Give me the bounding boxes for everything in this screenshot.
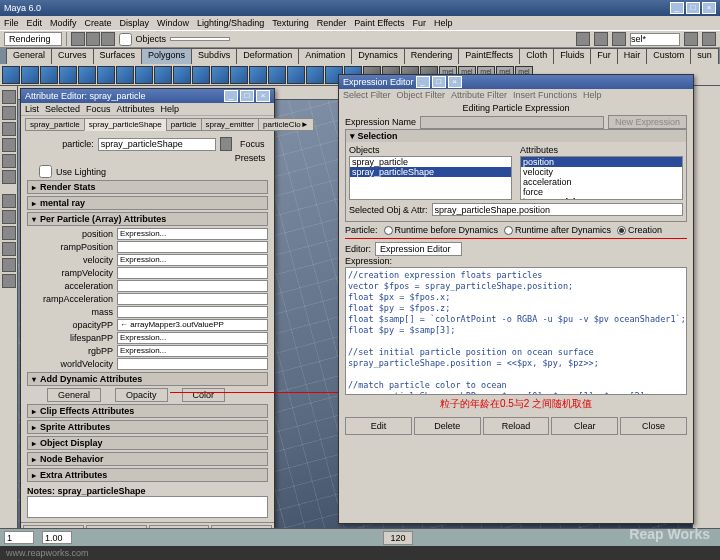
sel-obj-field[interactable] [432, 203, 683, 216]
tool-icon[interactable] [684, 32, 698, 46]
extra-section[interactable]: Extra Attributes [27, 468, 268, 482]
show-manip-icon[interactable] [2, 170, 16, 184]
mode-dropdown[interactable]: Rendering [4, 32, 62, 46]
list-item[interactable]: spray_particle [350, 157, 511, 167]
shelf-icon[interactable] [173, 66, 191, 84]
attr-menu-focus[interactable]: Focus [86, 104, 111, 114]
expr-ed-titlebar[interactable]: Expression Editor _ □ × [339, 75, 693, 89]
timeline[interactable]: 120 [0, 528, 720, 546]
shelf-icon[interactable] [40, 66, 58, 84]
objects-checkbox[interactable] [119, 33, 132, 46]
attr-ed-min-button[interactable]: _ [224, 90, 238, 102]
shelf-icon[interactable] [21, 66, 39, 84]
objects-listbox[interactable]: spray_particlespray_particleShape [349, 156, 512, 200]
object-display-section[interactable]: Object Display [27, 436, 268, 450]
attr-ed-titlebar[interactable]: Attribute Editor: spray_particle _ □ × [21, 89, 274, 103]
mental-ray-section[interactable]: mental ray [27, 196, 268, 210]
menu-file[interactable]: File [4, 18, 19, 28]
close-button[interactable]: × [702, 2, 716, 14]
shelf-tab-subdivs[interactable]: Subdivs [191, 48, 237, 64]
shelf-tab-fur[interactable]: Fur [590, 48, 618, 64]
expr-menu-item[interactable]: Object Filter [397, 90, 446, 100]
list-item[interactable]: inputForce[0] [521, 197, 682, 200]
shelf-icon[interactable] [287, 66, 305, 84]
shelf-icon[interactable] [154, 66, 172, 84]
sprite-section[interactable]: Sprite Attributes [27, 420, 268, 434]
shelf-icon[interactable] [211, 66, 229, 84]
attr-menu-list[interactable]: List [25, 104, 39, 114]
status-icon[interactable] [71, 32, 85, 46]
expr-delete-button[interactable]: Delete [414, 417, 481, 435]
expr-ed-max-button[interactable]: □ [432, 76, 446, 88]
shelf-tab-painteffects[interactable]: PaintEffects [458, 48, 520, 64]
node-behavior-section[interactable]: Node Behavior [27, 452, 268, 466]
shelf-icon[interactable] [306, 66, 324, 84]
layout-icon[interactable] [2, 258, 16, 272]
pp-attr-field[interactable]: Expression... [117, 332, 268, 344]
radio-runtime-after[interactable]: Runtime after Dynamics [504, 225, 611, 235]
attributes-listbox[interactable]: positionvelocityaccelerationforceinputFo… [520, 156, 683, 200]
status-icon[interactable] [86, 32, 100, 46]
expr-menu-item[interactable]: Insert Functions [513, 90, 577, 100]
tool-icon[interactable] [612, 32, 626, 46]
shelf-tab-curves[interactable]: Curves [51, 48, 94, 64]
expr-clear-button[interactable]: Clear [551, 417, 618, 435]
list-item[interactable]: position [521, 157, 682, 167]
sel-field[interactable] [630, 33, 680, 46]
move-tool-icon[interactable] [2, 122, 16, 136]
use-lighting-checkbox[interactable] [39, 165, 52, 178]
minimize-button[interactable]: _ [670, 2, 684, 14]
attr-ed-close-button[interactable]: × [256, 90, 270, 102]
channel-box[interactable] [692, 86, 720, 556]
expr-menu-item[interactable]: Select Filter [343, 90, 391, 100]
attr-menu-selected[interactable]: Selected [45, 104, 80, 114]
menu-paint effects[interactable]: Paint Effects [354, 18, 404, 28]
shelf-tab-animation[interactable]: Animation [298, 48, 352, 64]
expr-menu-item[interactable]: Attribute Filter [451, 90, 507, 100]
presets-button[interactable]: Presets [232, 153, 268, 163]
shelf-icon[interactable] [59, 66, 77, 84]
menu-display[interactable]: Display [120, 18, 150, 28]
radio-creation[interactable]: Creation [617, 225, 662, 235]
attr-tab[interactable]: spray_emitter [201, 118, 259, 131]
shelf-icon[interactable] [135, 66, 153, 84]
select-tool-icon[interactable] [2, 90, 16, 104]
render-stats-section[interactable]: Render Stats [27, 180, 268, 194]
layout-icon[interactable] [2, 194, 16, 208]
expr-menu-item[interactable]: Help [583, 90, 602, 100]
attr-tab[interactable]: particle [166, 118, 202, 131]
menu-edit[interactable]: Edit [27, 18, 43, 28]
range-start-field[interactable] [4, 531, 34, 544]
scale-tool-icon[interactable] [2, 154, 16, 168]
connect-icon[interactable] [220, 137, 233, 151]
pp-attr-field[interactable]: Expression... [117, 345, 268, 357]
editor-dropdown[interactable]: Expression Editor [375, 242, 462, 256]
shelf-tab-dynamics[interactable]: Dynamics [351, 48, 405, 64]
particle-name-field[interactable] [98, 138, 216, 151]
attr-tab[interactable]: spray_particle [25, 118, 85, 131]
menu-window[interactable]: Window [157, 18, 189, 28]
objects-dropdown[interactable] [170, 37, 230, 41]
dyn-opacity-button[interactable]: Opacity [115, 388, 168, 402]
add-dynamic-section[interactable]: Add Dynamic Attributes [27, 372, 268, 386]
pp-attr-field[interactable]: ← arrayMapper3.outValuePP [117, 319, 268, 331]
shelf-tab-surfaces[interactable]: Surfaces [93, 48, 143, 64]
shelf-tab-general[interactable]: General [6, 48, 52, 64]
expr-ed-min-button[interactable]: _ [416, 76, 430, 88]
shelf-icon[interactable] [268, 66, 286, 84]
dyn-general-button[interactable]: General [47, 388, 101, 402]
focus-button[interactable]: Focus [236, 139, 268, 149]
attr-menu-help[interactable]: Help [161, 104, 180, 114]
shelf-icon[interactable] [97, 66, 115, 84]
expr-ed-close-button[interactable]: × [448, 76, 462, 88]
expression-textarea[interactable]: //creation expression floats particles v… [345, 267, 687, 395]
shelf-tab-sun[interactable]: sun [690, 48, 719, 64]
shelf-tab-deformation[interactable]: Deformation [236, 48, 299, 64]
tool-icon[interactable] [702, 32, 716, 46]
shelf-tab-hair[interactable]: Hair [617, 48, 648, 64]
attr-menu-attributes[interactable]: Attributes [117, 104, 155, 114]
pp-attr-field[interactable] [117, 241, 268, 253]
notes-field[interactable] [27, 496, 268, 518]
tool-icon[interactable] [594, 32, 608, 46]
shelf-tab-fluids[interactable]: Fluids [553, 48, 591, 64]
